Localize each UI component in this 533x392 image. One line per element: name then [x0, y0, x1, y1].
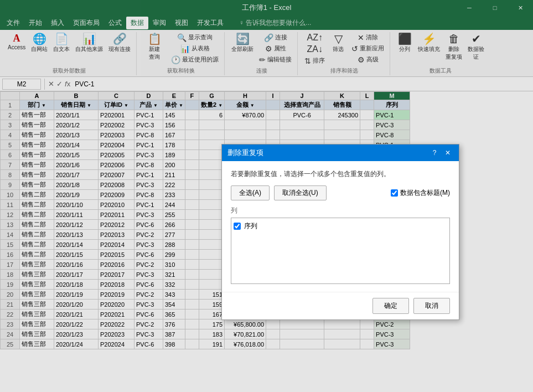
has-header-label: 数据包含标题(M) — [400, 188, 450, 198]
dialog-titlebar: 删除重复项 ? ✕ — [222, 145, 459, 161]
dialog-footer: 确定 取消 — [222, 292, 459, 319]
dialog-title: 删除重复项 — [227, 148, 263, 158]
dialog-selection-buttons: 全选(A) 取消全选(U) — [231, 185, 327, 200]
col-list-label: 列 — [231, 206, 450, 215]
deselect-all-button[interactable]: 取消全选(U) — [274, 185, 327, 200]
dialog-cancel-button[interactable]: 取消 — [413, 298, 450, 314]
has-header-checkbox[interactable] — [391, 189, 398, 197]
select-all-button[interactable]: 全选(A) — [231, 185, 270, 200]
dialog-content: 若要删除重复值，请选择一个或多个包含重复值的列。 全选(A) 取消全选(U) 数… — [222, 161, 459, 292]
has-header-option: 数据包含标题(M) — [391, 188, 450, 198]
col-list-item-serial: 序列 — [234, 220, 447, 232]
col-serial-label: 序列 — [244, 221, 257, 231]
column-list-section: 列 序列 — [231, 206, 450, 284]
dialog-close-button[interactable]: ✕ — [442, 148, 453, 158]
dialog-controls: ? ✕ — [429, 148, 453, 158]
remove-duplicates-dialog: 删除重复项 ? ✕ 若要删除重复值，请选择一个或多个包含重复值的列。 全选(A)… — [221, 144, 459, 320]
col-list-box[interactable]: 序列 — [231, 218, 450, 284]
dialog-overlay: 删除重复项 ? ✕ 若要删除重复值，请选择一个或多个包含重复值的列。 全选(A)… — [0, 0, 533, 392]
dialog-description: 若要删除重复值，请选择一个或多个包含重复值的列。 — [231, 169, 450, 179]
col-serial-checkbox[interactable] — [234, 223, 241, 230]
dialog-ok-button[interactable]: 确定 — [372, 298, 409, 314]
dialog-help-button[interactable]: ? — [429, 148, 440, 158]
